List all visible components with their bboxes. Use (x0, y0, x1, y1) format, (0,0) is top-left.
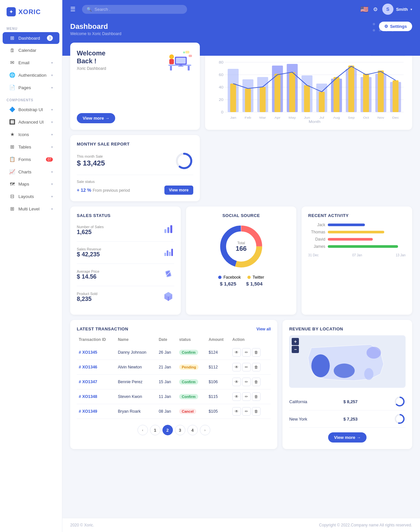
svg-rect-40 (319, 92, 325, 112)
flag-icon[interactable]: 🇺🇸 (360, 5, 368, 13)
menu-section-label: MENU (0, 22, 62, 32)
date-13jan: 13 Jan (396, 253, 406, 257)
sidebar-item-bootstrap-ui[interactable]: 🔷 Bootstrap UI ▾ (3, 104, 59, 115)
page-3-button[interactable]: 3 (175, 425, 185, 435)
view-more-monthly-button[interactable]: View more (164, 186, 193, 195)
delete-button[interactable]: 🗑 (252, 407, 261, 416)
prev-page-button[interactable]: ‹ (137, 425, 148, 435)
settings-label: Settings (390, 24, 407, 29)
page-2-button[interactable]: 2 (162, 425, 173, 435)
svg-text:Dec: Dec (392, 116, 399, 119)
chevron-down-icon: ▾ (51, 73, 53, 77)
svg-rect-38 (289, 72, 295, 112)
view-button[interactable]: 👁 (232, 407, 241, 416)
legend-facebook: Facebook (218, 275, 241, 280)
svg-point-7 (169, 54, 174, 59)
edit-button[interactable]: ✏ (242, 378, 251, 386)
svg-text:May: May (288, 116, 296, 119)
page-1-button[interactable]: 1 (150, 425, 160, 435)
sidebar-item-email[interactable]: ✉ Email ▾ (3, 57, 59, 69)
topbar-settings-icon[interactable]: ⚙ (373, 6, 378, 12)
sidebar-item-forms[interactable]: 📋 Forms 07 (3, 153, 59, 165)
chevron-down-icon: ▾ (51, 207, 53, 211)
svg-rect-1 (170, 66, 172, 70)
edit-button[interactable]: ✏ (242, 392, 251, 401)
tx-date: 08 Jan (157, 404, 177, 419)
california-label: California (289, 399, 307, 404)
edit-button[interactable]: ✏ (242, 363, 251, 371)
svg-text:0: 0 (221, 110, 223, 114)
map-zoom-out[interactable]: − (292, 346, 299, 353)
delete-button[interactable]: 🗑 (252, 363, 261, 371)
dashboard-icon: ⊞ (9, 35, 15, 41)
edit-button[interactable]: ✏ (242, 348, 251, 357)
chevron-down-icon: ▾ (51, 195, 53, 198)
settings-button[interactable]: ⚙ Settings (379, 22, 412, 31)
col-status: status (177, 336, 207, 345)
view-button[interactable]: 👁 (232, 378, 241, 386)
page-subtitle: Welcome to Xoric Dashboard (70, 31, 412, 36)
sale-status-label: Sale status (77, 180, 193, 184)
table-header-row: Transaction ID Name Date status Amount A… (77, 336, 271, 345)
tx-id: # XO1348 (77, 389, 116, 404)
sidebar-item-advanced-ui[interactable]: 🔲 Advanced UI ▾ (3, 116, 59, 128)
sidebar-item-authentication[interactable]: 🌐 Authentication ▾ (3, 69, 59, 81)
sidebar-item-layouts[interactable]: ⊟ Layouts ▾ (3, 190, 59, 202)
chevron-down-icon: ▾ (51, 120, 53, 124)
view-button[interactable]: 👁 (232, 363, 241, 371)
delete-button[interactable]: 🗑 (252, 348, 261, 357)
tx-id: # XO1345 (77, 345, 116, 360)
stat-icon-3 (162, 268, 174, 282)
location-california: California $ 8,257 (289, 393, 406, 410)
delete-button[interactable]: 🗑 (252, 392, 261, 401)
monthly-sale-section: This month Sale $ 13,425 (77, 154, 105, 167)
sidebar-item-label: Bootstrap UI (18, 107, 43, 112)
view-more-revenue-button[interactable]: View more → (328, 432, 367, 443)
twitter-dot (247, 276, 251, 279)
chevron-down-icon: ▾ (51, 61, 53, 65)
search-box[interactable]: 🔍 (82, 5, 187, 14)
view-all-button[interactable]: View all (257, 327, 271, 331)
sidebar-item-multi-level[interactable]: ⊞ Multi Level ▾ (3, 203, 59, 215)
us-map (305, 338, 390, 385)
monthly-sale-value: $ 13,425 (77, 159, 105, 167)
sidebar-item-dashboard[interactable]: ⊞ Dashboard 3 (3, 32, 59, 44)
new-york-donut (394, 413, 406, 425)
new-york-value: $ 7,253 (343, 417, 357, 422)
svg-rect-6 (178, 66, 183, 67)
view-more-button[interactable]: View more → (77, 113, 115, 123)
facebook-dot (218, 276, 221, 279)
monthly-sale-card: MONTHY SALE REPORT This month Sale $ 13,… (70, 135, 200, 201)
bottom-row: LATEST TRANSACTION View all Transaction … (70, 320, 412, 449)
map-zoom-in[interactable]: + (292, 338, 299, 345)
svg-rect-66 (169, 252, 171, 256)
search-input[interactable] (94, 7, 182, 12)
svg-text:60: 60 (219, 73, 223, 76)
stat-item-sales-revenue: Sales Revenue $ 42,235 (77, 242, 174, 264)
edit-button[interactable]: ✏ (242, 407, 251, 416)
chevron-down-icon: ▾ (51, 170, 53, 174)
view-button[interactable]: 👁 (232, 348, 241, 357)
col-name: Name (116, 336, 157, 345)
svg-text:Oct: Oct (363, 116, 369, 119)
hamburger-icon[interactable]: ☰ (70, 6, 75, 13)
sidebar-item-tables[interactable]: ⊞ Tables ▾ (3, 141, 59, 153)
svg-text:Feb: Feb (244, 116, 251, 119)
sidebar-item-maps[interactable]: 🗺 Maps ▾ (3, 178, 59, 190)
svg-point-80 (367, 347, 381, 359)
sidebar-item-pages[interactable]: 📄 Pages ▾ (3, 82, 59, 93)
user-avatar-area[interactable]: S Smith ▾ (382, 4, 412, 15)
stat-label-1: Number of Sales (77, 225, 104, 229)
next-page-button[interactable]: › (200, 425, 210, 435)
tx-actions: 👁 ✏ 🗑 (230, 404, 271, 419)
svg-rect-10 (189, 55, 192, 57)
tx-name: Bennie Perez (116, 375, 157, 389)
page-4-button[interactable]: 4 (187, 425, 198, 435)
welcome-title: Welcome Back ! (77, 49, 147, 65)
sidebar-item-icons[interactable]: ★ Icons ▾ (3, 128, 59, 140)
sidebar-item-calendar[interactable]: 🗓 Calendar (3, 45, 59, 56)
view-button[interactable]: 👁 (232, 392, 241, 401)
sidebar-item-label: Email (18, 60, 30, 65)
delete-button[interactable]: 🗑 (252, 378, 261, 386)
sidebar-item-charts[interactable]: 📈 Charts ▾ (3, 166, 59, 178)
